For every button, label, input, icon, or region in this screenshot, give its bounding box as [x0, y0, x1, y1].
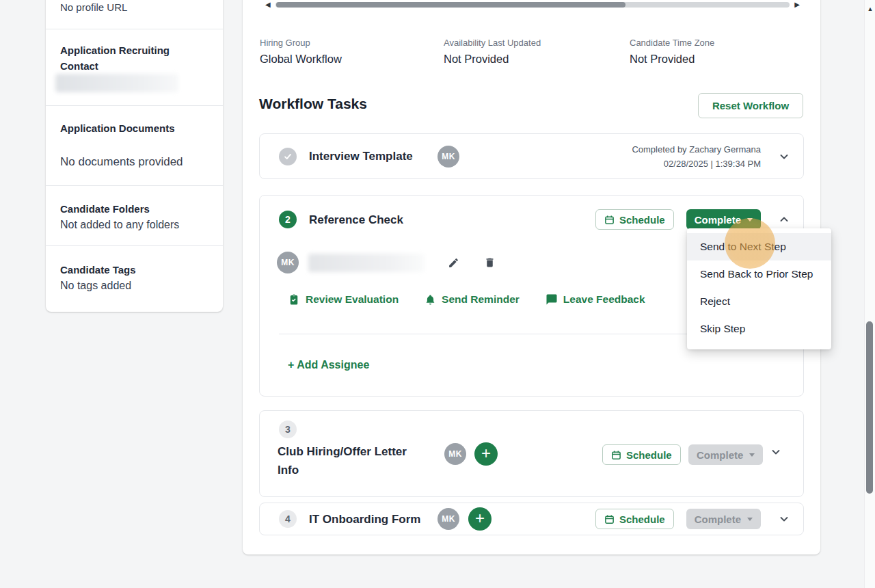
schedule-button[interactable]: Schedule — [595, 209, 674, 230]
documents-empty-text: No documents provided — [60, 155, 183, 169]
candidate-timezone-value: Not Provided — [630, 53, 714, 66]
scroll-up-icon[interactable]: ▲ — [865, 5, 875, 12]
scroll-left-icon[interactable]: ◀ — [265, 0, 271, 10]
folders-empty-text: Not added to any folders — [60, 219, 179, 231]
trash-icon — [484, 256, 496, 269]
step-number-badge: 2 — [279, 211, 297, 228]
divider — [46, 105, 223, 106]
menu-item-send-back-to-prior-step[interactable]: Send Back to Prior Step — [687, 260, 831, 288]
caret-down-icon — [749, 453, 755, 457]
calendar-icon — [604, 514, 615, 524]
schedule-label: Schedule — [619, 214, 665, 226]
collapse-task-button[interactable] — [779, 214, 790, 225]
expand-task-button[interactable] — [770, 446, 781, 457]
caret-down-icon — [747, 218, 753, 222]
menu-item-reject[interactable]: Reject — [687, 288, 831, 315]
candidate-tags-label: Candidate Tags — [60, 262, 176, 278]
vertical-scrollbar[interactable]: ▲ — [864, 0, 875, 588]
divider — [46, 245, 223, 246]
candidate-timezone-field: Candidate Time Zone Not Provided — [630, 38, 714, 66]
task-title: IT Onboarding Form — [309, 510, 438, 529]
scroll-right-icon[interactable]: ▶ — [794, 0, 800, 10]
send-reminder-label: Send Reminder — [442, 293, 520, 306]
task-title: Interview Template — [309, 147, 438, 165]
add-assignee-button[interactable]: + Add Assignee — [288, 359, 369, 371]
plus-icon: + — [475, 508, 485, 529]
recruiting-contact-redacted — [55, 74, 178, 92]
availability-updated-field: Availability Last Updated Not Provided — [444, 38, 541, 66]
complete-button-disabled: Complete — [688, 444, 763, 465]
pencil-icon — [448, 257, 459, 269]
completed-by-text: Completed by Zachary Germana — [632, 142, 761, 157]
review-evaluation-label: Review Evaluation — [306, 293, 399, 306]
availability-updated-label: Availability Last Updated — [444, 38, 541, 48]
calendar-icon — [604, 215, 615, 225]
step-number-badge: 3 — [279, 420, 297, 438]
chevron-down-icon — [779, 151, 790, 162]
assignee-avatar[interactable]: MK — [444, 443, 466, 465]
schedule-button[interactable]: Schedule — [595, 509, 674, 529]
schedule-button[interactable]: Schedule — [602, 444, 681, 465]
task-title: Reference Check — [309, 211, 438, 229]
horizontal-scrollbar[interactable]: ◀ ▶ — [265, 0, 800, 10]
complete-label: Complete — [695, 214, 741, 226]
horizontal-scroll-track[interactable] — [275, 2, 790, 8]
vertical-scroll-thumb[interactable] — [866, 321, 873, 494]
candidate-folders-label: Candidate Folders — [60, 201, 176, 217]
chevron-down-icon — [770, 446, 781, 457]
bell-icon — [425, 294, 436, 306]
expand-task-button[interactable] — [779, 151, 790, 162]
complete-button[interactable]: Complete — [686, 209, 761, 230]
schedule-label: Schedule — [619, 513, 665, 525]
menu-item-skip-step[interactable]: Skip Step — [687, 315, 831, 343]
divider — [46, 29, 223, 29]
chevron-up-icon — [779, 214, 790, 225]
tags-empty-text: No tags added — [60, 280, 131, 292]
reset-workflow-button[interactable]: Reset Workflow — [698, 93, 803, 118]
delete-assignee-button[interactable] — [484, 256, 496, 269]
candidate-timezone-label: Candidate Time Zone — [630, 38, 714, 48]
leave-feedback-label: Leave Feedback — [563, 293, 645, 306]
task-card-interview-template: Interview Template MK Completed by Zacha… — [259, 133, 804, 179]
hiring-group-field: Hiring Group Global Workflow — [260, 38, 342, 66]
complete-label: Complete — [695, 513, 741, 525]
assignee-avatar[interactable]: MK — [277, 252, 299, 273]
chat-bubble-icon — [546, 293, 558, 306]
expand-task-button[interactable] — [779, 513, 790, 524]
review-evaluation-button[interactable]: Review Evaluation — [288, 293, 399, 306]
horizontal-scroll-thumb[interactable] — [276, 2, 626, 8]
complete-dropdown-menu: Send to Next Step Send Back to Prior Ste… — [687, 228, 831, 349]
check-icon — [283, 152, 293, 161]
schedule-label: Schedule — [626, 449, 672, 461]
assignee-avatar[interactable]: MK — [438, 508, 459, 530]
divider — [46, 185, 223, 186]
step-completed-badge — [279, 148, 297, 165]
hiring-group-value: Global Workflow — [260, 53, 342, 66]
complete-label: Complete — [697, 449, 743, 461]
leave-feedback-button[interactable]: Leave Feedback — [546, 293, 645, 306]
assignee-name-redacted — [308, 254, 425, 272]
hiring-group-label: Hiring Group — [260, 38, 342, 48]
candidate-summary-card: No profile URL Application Recruiting Co… — [46, 0, 223, 312]
chevron-down-icon — [779, 513, 790, 524]
menu-item-send-to-next-step[interactable]: Send to Next Step — [687, 233, 831, 260]
step-number-badge: 4 — [279, 510, 297, 528]
complete-button-disabled: Complete — [686, 509, 761, 529]
application-documents-label: Application Documents — [60, 120, 176, 136]
availability-updated-value: Not Provided — [444, 53, 541, 66]
caret-down-icon — [747, 518, 753, 521]
calendar-icon — [611, 450, 621, 460]
clipboard-check-icon — [288, 293, 300, 306]
assignee-avatar[interactable]: MK — [438, 146, 459, 168]
add-assignee-plus-button[interactable]: + — [474, 442, 498, 466]
add-assignee-plus-button[interactable]: + — [468, 507, 492, 531]
plus-icon: + — [481, 443, 491, 464]
completed-at-text: 02/28/2025 | 1:39:34 PM — [632, 157, 761, 171]
task-card-club-hiring-offer-letter: 3 Club Hiring/Offer Letter Info MK + Sch… — [259, 410, 804, 497]
completion-note: Completed by Zachary Germana 02/28/2025 … — [632, 142, 761, 171]
recruiting-contact-label: Application Recruiting Contact — [60, 42, 176, 74]
workflow-tasks-title: Workflow Tasks — [259, 96, 367, 112]
send-reminder-button[interactable]: Send Reminder — [425, 293, 520, 306]
task-title: Club Hiring/Offer Letter Info — [278, 442, 421, 479]
edit-assignee-button[interactable] — [448, 257, 459, 269]
